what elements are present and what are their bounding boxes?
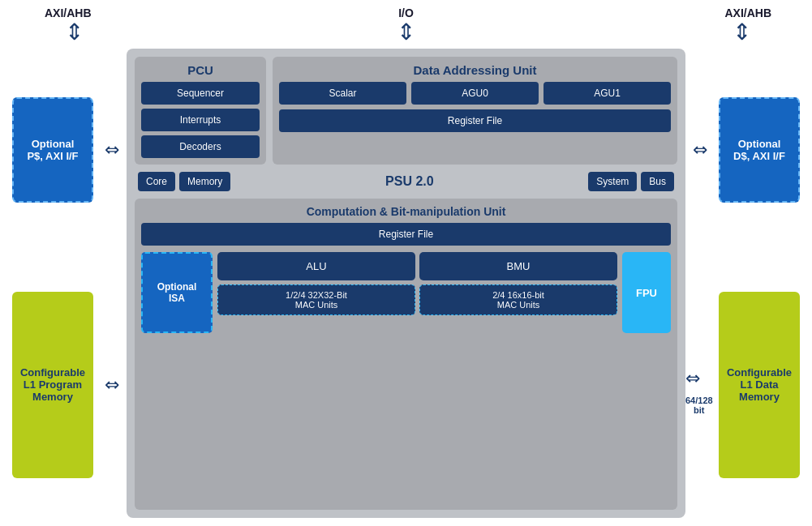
cbu-register-file: Register File (141, 223, 671, 246)
connector-left-top: ⇔ (97, 49, 127, 251)
mac1-box: 1/2/4 32X32-Bit MAC Units (217, 284, 415, 315)
core-tab: Core (138, 172, 175, 191)
arrow-left-icon: ⇕ (65, 21, 84, 44)
cbu-title: Computation & Bit-manipulation Unit (141, 205, 671, 218)
io-label: I/O (398, 6, 414, 19)
bit-label: 64/128 bit (685, 396, 713, 415)
main-layout: Optional P$, AXI I/F Configurable L1 Pro… (8, 49, 804, 518)
agu0-box: AGU0 (411, 82, 539, 105)
bmu-box: BMU (419, 252, 617, 280)
optional-p-cache-container: Optional P$, AXI I/F (8, 49, 97, 251)
optional-p-cache-label: Optional P$, AXI I/F (27, 138, 78, 162)
optional-d-cache-container: Optional D$, AXI I/F (715, 49, 804, 251)
configurable-l1-data-box: Configurable L1 Data Memory (719, 292, 800, 478)
connector-left-bottom: ⇔ (97, 251, 127, 518)
configurable-l1-data-container: Configurable L1 Data Memory (715, 251, 804, 518)
top-units-row: PCU Sequencer Interrupts Decoders Data A… (135, 57, 677, 165)
optional-p-cache-box: Optional P$, AXI I/F (12, 97, 93, 203)
top-arrow-center: ⇕ (397, 21, 415, 44)
pcu-box: PCU Sequencer Interrupts Decoders (135, 57, 266, 165)
axi-ahb-right-label: AXI/AHB (724, 6, 771, 19)
alu-bmu-group: ALU BMU 1/2/4 32X32-Bit MAC Units 2/4 16… (217, 252, 617, 333)
alu-box: ALU (217, 252, 415, 280)
bus-tab: Bus (641, 172, 674, 191)
alu-bmu-top: ALU BMU (217, 252, 617, 280)
connector-right-bottom-area: ⇔ 64/128 bit (685, 251, 715, 518)
arrow-center-icon: ⇕ (397, 21, 415, 44)
horiz-arrow-left-bottom: ⇔ (105, 374, 119, 396)
horiz-arrow-right-bottom: ⇔ (685, 368, 700, 389)
axi-ahb-left-label: AXI/AHB (45, 6, 92, 19)
mac2-box: 2/4 16x16-bit MAC Units (419, 284, 617, 315)
optional-d-cache-box: Optional D$, AXI I/F (719, 97, 800, 203)
cbu-box: Computation & Bit-manipulation Unit Regi… (135, 199, 677, 510)
configurable-l1-program-box: Configurable L1 Program Memory (12, 292, 93, 478)
optional-isa-box: Optional ISA (141, 252, 213, 333)
diagram-container: AXI/AHB I/O AXI/AHB ⇕ ⇕ ⇕ Optional P$, A… (0, 0, 812, 526)
horiz-arrow-right-top: ⇔ (693, 139, 707, 160)
dau-box: Data Addressing Unit Scalar AGU0 AGU1 Re… (273, 57, 677, 165)
main-chip: PCU Sequencer Interrupts Decoders Data A… (127, 49, 685, 518)
agu1-box: AGU1 (543, 82, 671, 105)
dau-title: Data Addressing Unit (279, 63, 671, 77)
memory-tab: Memory (179, 172, 230, 191)
system-tab: System (588, 172, 637, 191)
pcu-title: PCU (141, 63, 260, 77)
top-arrow-left: ⇕ (65, 21, 84, 44)
cbu-bottom-row: Optional ISA ALU BMU 1/2/4 32X32-Bit MAC… (141, 252, 671, 333)
scalar-box: Scalar (279, 82, 406, 105)
optional-d-cache-label: Optional D$, AXI I/F (733, 138, 785, 162)
psu-label: PSU 2.0 (234, 174, 584, 189)
psu-row: Core Memory PSU 2.0 System Bus (135, 170, 677, 193)
interrupts-box: Interrupts (141, 109, 260, 131)
connector-right-top: ⇔ (685, 49, 715, 251)
sequencer-box: Sequencer (141, 82, 260, 105)
configurable-l1-data-label: Configurable L1 Data Memory (727, 366, 792, 403)
fpu-box: FPU (622, 252, 671, 333)
decoders-box: Decoders (141, 135, 260, 158)
horiz-arrow-left-top: ⇔ (105, 139, 119, 160)
dau-register-file: Register File (279, 109, 671, 132)
configurable-l1-program-container: Configurable L1 Program Memory (8, 251, 97, 518)
configurable-l1-program-label: Configurable L1 Program Memory (20, 366, 85, 403)
arrow-right-icon: ⇕ (733, 21, 751, 44)
dau-top-row: Scalar AGU0 AGU1 (279, 82, 671, 105)
top-arrow-right: ⇕ (733, 21, 751, 44)
alu-bmu-bottom: 1/2/4 32X32-Bit MAC Units 2/4 16x16-bit … (217, 284, 617, 315)
